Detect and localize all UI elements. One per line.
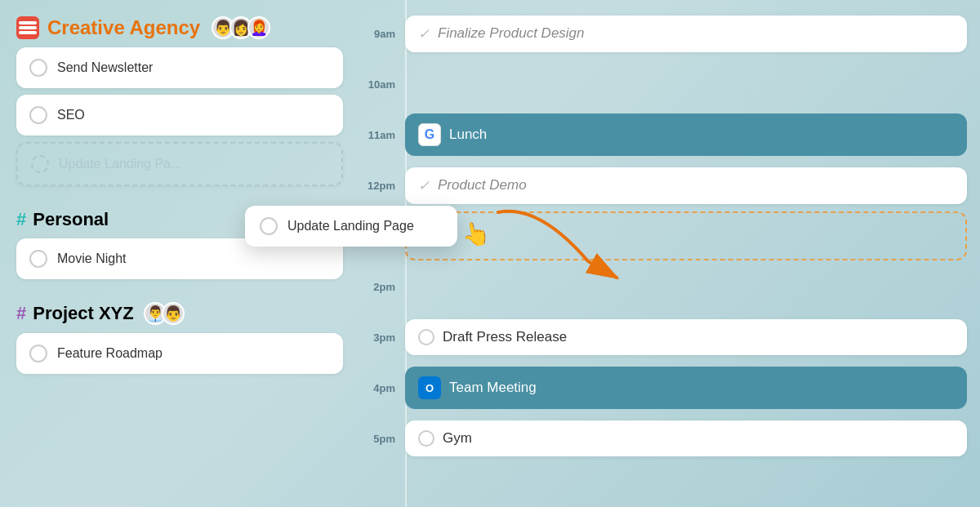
left-panel: Creative Agency 👨 👩 👩‍🦰 Send Newsletter … <box>0 0 359 507</box>
event-label-team-meeting: Team Meeting <box>449 380 537 396</box>
calendar-row-12pm: 12pm ✓ Product Demo <box>359 160 967 211</box>
task-checkbox-update-landing-ghost <box>31 155 49 173</box>
creative-agency-header: Creative Agency 👨 👩 👩‍🦰 <box>16 16 343 39</box>
calendar-row-4pm: 4pm O Team Meeting <box>359 362 967 413</box>
dragging-task-label: Update Landing Page <box>287 219 414 233</box>
event-checkbox-gym[interactable] <box>418 430 434 447</box>
calendar-row-5pm: 5pm Gym <box>359 413 967 464</box>
hash-icon-project-xyz: # <box>16 303 26 324</box>
calendar-row-2pm: 2pm <box>359 261 967 312</box>
personal-title: Personal <box>33 209 109 230</box>
time-10am: 10am <box>359 78 405 91</box>
event-label-draft: Draft Press Release <box>443 329 567 345</box>
project-icon-creative-agency <box>16 16 39 39</box>
task-update-landing-ghost: Update Landing Pa... <box>16 142 343 186</box>
event-team-meeting[interactable]: O Team Meeting <box>405 367 967 409</box>
task-feature-roadmap[interactable]: Feature Roadmap <box>16 333 343 374</box>
event-finalize-product-design[interactable]: ✓ Finalize Product Design <box>405 16 967 52</box>
event-lunch[interactable]: G Lunch <box>405 113 967 156</box>
task-checkbox-send-newsletter[interactable] <box>29 59 47 77</box>
time-2pm: 2pm <box>359 281 405 293</box>
calendar-row-11am: 11am G Lunch <box>359 109 967 160</box>
project-xyz-title: Project XYZ <box>33 303 133 324</box>
creative-agency-avatars: 👨 👩 👩‍🦰 <box>212 16 270 39</box>
hash-icon-personal: # <box>16 209 26 230</box>
creative-agency-title: Creative Agency <box>47 16 200 39</box>
event-product-demo[interactable]: ✓ Product Demo <box>405 167 967 204</box>
project-xyz-avatars: 👨‍💼 👨 <box>144 302 185 325</box>
avatar-xyz-2: 👨 <box>162 302 185 325</box>
time-3pm: 3pm <box>359 331 405 344</box>
event-label-gym: Gym <box>443 430 472 447</box>
cursor-pointer-icon: 👆 <box>459 218 492 250</box>
event-checkbox-draft[interactable] <box>418 329 434 345</box>
dragging-task[interactable]: Update Landing Page <box>245 206 457 247</box>
task-label-feature-roadmap: Feature Roadmap <box>57 346 163 361</box>
project-xyz-header: # Project XYZ 👨‍💼 👨 <box>16 302 343 325</box>
task-label-update-landing-ghost: Update Landing Pa... <box>59 157 181 171</box>
task-checkbox-seo[interactable] <box>29 106 47 124</box>
event-check-icon: ✓ <box>418 25 430 42</box>
project-xyz-section: # Project XYZ 👨‍💼 👨 Feature Roadmap <box>16 299 343 380</box>
task-label-seo: SEO <box>57 108 85 122</box>
dragging-checkbox <box>260 217 278 235</box>
calendar-row-3pm: 3pm Draft Press Release <box>359 312 967 362</box>
avatar-3: 👩‍🦰 <box>247 16 270 39</box>
task-checkbox-movie-night[interactable] <box>29 250 47 268</box>
time-4pm: 4pm <box>359 382 405 394</box>
task-send-newsletter[interactable]: Send Newsletter <box>16 47 343 88</box>
task-label-send-newsletter: Send Newsletter <box>57 60 153 75</box>
task-checkbox-feature-roadmap[interactable] <box>29 345 47 362</box>
right-panel: 9am ✓ Finalize Product Design 10am 11am … <box>359 0 980 507</box>
event-check-icon-2: ✓ <box>418 177 430 194</box>
time-5pm: 5pm <box>359 433 405 445</box>
task-seo[interactable]: SEO <box>16 95 343 136</box>
time-11am: 11am <box>359 129 405 141</box>
event-gym[interactable]: Gym <box>405 420 967 456</box>
creative-agency-section: Creative Agency 👨 👩 👩‍🦰 Send Newsletter … <box>16 16 343 193</box>
time-12pm: 12pm <box>359 180 405 192</box>
event-draft-press-release[interactable]: Draft Press Release <box>405 319 967 355</box>
event-label-lunch: Lunch <box>449 127 487 143</box>
google-icon: G <box>418 123 441 146</box>
event-label-product-demo: Product Demo <box>438 177 527 193</box>
event-label-finalize: Finalize Product Design <box>438 25 585 42</box>
calendar-row-9am: 9am ✓ Finalize Product Design <box>359 8 967 59</box>
layers-icon <box>19 21 37 34</box>
task-label-movie-night: Movie Night <box>57 251 126 266</box>
outlook-icon: O <box>418 376 441 399</box>
calendar-row-10am: 10am <box>359 59 967 109</box>
time-9am: 9am <box>359 28 405 40</box>
